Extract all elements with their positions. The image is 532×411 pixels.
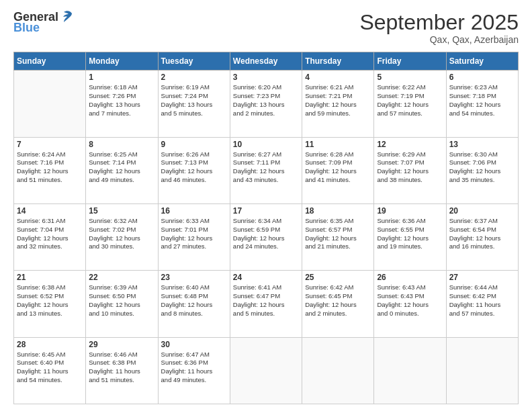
cell-line: Daylight: 12 hours (305, 167, 371, 176)
cell-line: and 32 minutes. (17, 242, 83, 251)
cell-line: Sunset: 7:01 PM (161, 226, 227, 234)
cell-line: and 7 minutes. (89, 109, 154, 118)
cell-line: Daylight: 12 hours (233, 234, 299, 243)
cell-line: and 16 minutes. (449, 242, 515, 251)
month-title: September 2025 (359, 11, 519, 34)
day-number: 27 (449, 273, 515, 282)
cell-line: Sunset: 6:57 PM (305, 226, 371, 234)
cell-line: Sunset: 6:40 PM (17, 359, 83, 367)
cell-line: Sunrise: 6:43 AM (377, 283, 443, 292)
table-row: 8Sunrise: 6:25 AMSunset: 7:14 PMDaylight… (86, 137, 158, 203)
cell-line: Daylight: 12 hours (17, 301, 83, 310)
cell-line: and 35 minutes. (449, 176, 515, 185)
day-number: 4 (305, 73, 371, 82)
table-row: 15Sunrise: 6:32 AMSunset: 7:02 PMDayligh… (86, 203, 158, 270)
cell-line: and 2 minutes. (305, 310, 371, 318)
cell-line: Daylight: 12 hours (377, 101, 443, 109)
day-number: 22 (89, 273, 154, 282)
day-number: 12 (377, 140, 443, 149)
cell-line: Sunrise: 6:35 AM (305, 217, 371, 226)
cell-line: and 57 minutes. (377, 109, 443, 118)
cell-line: and 10 minutes. (89, 310, 154, 318)
table-row (230, 337, 302, 404)
day-number: 9 (161, 140, 227, 149)
table-row: 19Sunrise: 6:36 AMSunset: 6:55 PMDayligh… (374, 203, 446, 270)
cell-line: Daylight: 12 hours (17, 234, 83, 243)
cell-line: Sunset: 7:06 PM (449, 158, 515, 167)
cell-line: and 51 minutes. (89, 376, 154, 385)
cell-line: Daylight: 11 hours (17, 367, 83, 376)
cell-line: Daylight: 12 hours (305, 101, 371, 109)
day-number: 10 (233, 140, 299, 149)
col-monday: Monday (86, 52, 158, 71)
calendar-week-row: 14Sunrise: 6:31 AMSunset: 7:04 PMDayligh… (14, 203, 519, 270)
cell-line: Daylight: 12 hours (377, 234, 443, 243)
cell-line: and 2 minutes. (233, 109, 299, 118)
day-number: 6 (449, 73, 515, 82)
table-row: 28Sunrise: 6:45 AMSunset: 6:40 PMDayligh… (14, 337, 86, 404)
title-block: September 2025 Qax, Qax, Azerbaijan (359, 11, 519, 45)
cell-line: Sunset: 6:54 PM (449, 226, 515, 234)
cell-line: Sunset: 7:14 PM (89, 158, 154, 167)
cell-line: Sunset: 6:50 PM (89, 292, 154, 301)
cell-line: and 51 minutes. (17, 176, 83, 185)
cell-line: and 54 minutes. (449, 109, 515, 118)
cell-line: and 13 minutes. (17, 310, 83, 318)
cell-line: Sunrise: 6:29 AM (377, 150, 443, 159)
cell-line: Sunrise: 6:45 AM (17, 351, 83, 359)
cell-line: Sunset: 7:21 PM (305, 92, 371, 101)
cell-line: Sunset: 6:36 PM (161, 359, 227, 367)
cell-line: and 27 minutes. (161, 242, 227, 251)
calendar-table: Sunday Monday Tuesday Wednesday Thursday… (13, 52, 519, 404)
table-row (14, 71, 86, 137)
cell-line: Sunrise: 6:46 AM (89, 351, 154, 359)
day-number: 14 (17, 206, 83, 216)
cell-line: Sunrise: 6:31 AM (17, 217, 83, 226)
day-number: 3 (233, 73, 299, 82)
table-row: 6Sunrise: 6:23 AMSunset: 7:18 PMDaylight… (446, 71, 518, 137)
cell-line: Sunset: 6:45 PM (305, 292, 371, 301)
day-number: 5 (377, 73, 443, 82)
cell-line: Sunrise: 6:47 AM (161, 351, 227, 359)
cell-line: Sunrise: 6:33 AM (161, 217, 227, 226)
table-row: 7Sunrise: 6:24 AMSunset: 7:16 PMDaylight… (14, 137, 86, 203)
table-row: 5Sunrise: 6:22 AMSunset: 7:19 PMDaylight… (374, 71, 446, 137)
cell-line: Daylight: 12 hours (233, 301, 299, 310)
cell-line: Daylight: 12 hours (449, 234, 515, 243)
cell-line: Daylight: 12 hours (161, 234, 227, 243)
day-number: 23 (161, 273, 227, 282)
table-row: 25Sunrise: 6:42 AMSunset: 6:45 PMDayligh… (302, 271, 374, 337)
cell-line: Sunrise: 6:42 AM (305, 283, 371, 292)
cell-line: and 41 minutes. (305, 176, 371, 185)
calendar-week-row: 28Sunrise: 6:45 AMSunset: 6:40 PMDayligh… (14, 337, 519, 404)
day-number: 21 (17, 273, 83, 282)
cell-line: Sunrise: 6:23 AM (449, 83, 515, 92)
cell-line: Daylight: 13 hours (89, 101, 154, 109)
cell-line: Sunrise: 6:18 AM (89, 83, 154, 92)
table-row (446, 337, 518, 404)
day-number: 28 (17, 340, 83, 349)
cell-line: Daylight: 12 hours (305, 301, 371, 310)
cell-line: Sunrise: 6:44 AM (449, 283, 515, 292)
cell-line: Daylight: 11 hours (449, 301, 515, 310)
table-row: 30Sunrise: 6:47 AMSunset: 6:36 PMDayligh… (158, 337, 230, 404)
cell-line: and 5 minutes. (233, 310, 299, 318)
day-number: 29 (89, 340, 154, 349)
cell-line: Sunset: 7:07 PM (377, 158, 443, 167)
logo-bird-icon (58, 8, 75, 24)
cell-line: Sunrise: 6:21 AM (305, 83, 371, 92)
table-row: 10Sunrise: 6:27 AMSunset: 7:11 PMDayligh… (230, 137, 302, 203)
day-number: 11 (305, 140, 371, 149)
location-subtitle: Qax, Qax, Azerbaijan (359, 34, 519, 45)
cell-line: Sunrise: 6:37 AM (449, 217, 515, 226)
cell-line: Sunset: 6:55 PM (377, 226, 443, 234)
cell-line: and 49 minutes. (161, 376, 227, 385)
cell-line: Sunrise: 6:22 AM (377, 83, 443, 92)
cell-line: and 19 minutes. (377, 242, 443, 251)
cell-line: Daylight: 12 hours (161, 301, 227, 310)
cell-line: Sunset: 7:19 PM (377, 92, 443, 101)
cell-line: Daylight: 12 hours (233, 167, 299, 176)
table-row: 17Sunrise: 6:34 AMSunset: 6:59 PMDayligh… (230, 203, 302, 270)
table-row (302, 337, 374, 404)
day-number: 1 (89, 73, 154, 82)
